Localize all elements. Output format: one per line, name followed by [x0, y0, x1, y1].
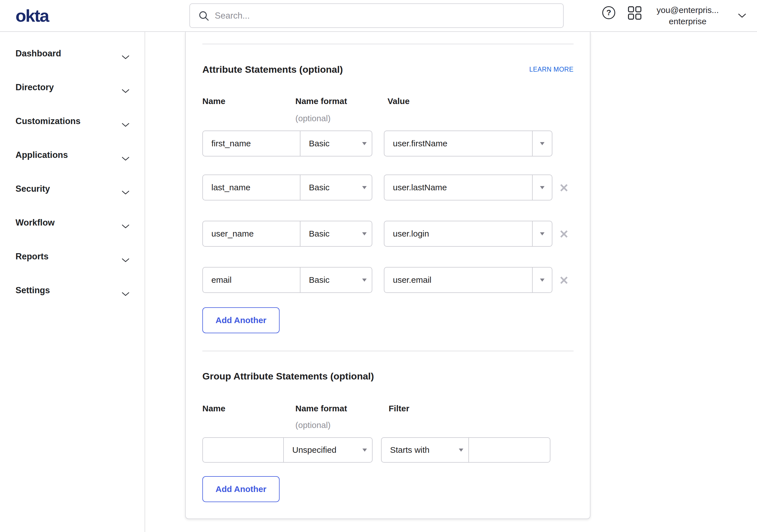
- value-text: user.email: [393, 275, 432, 285]
- name-format-select[interactable]: Basic: [300, 267, 372, 292]
- sidebar-nav: Dashboard Directory Customizations Appli…: [0, 32, 145, 532]
- filter-operator-value: Starts with: [390, 445, 430, 455]
- attribute-row: Basic user.email: [202, 267, 574, 293]
- remove-row-button[interactable]: [558, 181, 570, 194]
- apps-button[interactable]: [627, 6, 642, 20]
- column-note-optional: (optional): [295, 421, 331, 430]
- chevron-down-icon: [122, 153, 129, 163]
- chevron-down-icon: [122, 119, 129, 129]
- column-header-name: Name: [202, 404, 226, 413]
- value-text: user.login: [393, 229, 429, 238]
- value-text: user.lastName: [393, 183, 447, 192]
- dropdown-arrow-icon: [540, 186, 544, 189]
- attribute-row: Basic user.login: [202, 221, 574, 247]
- learn-more-link[interactable]: LEARN MORE: [529, 66, 574, 73]
- chevron-down-icon: [122, 288, 129, 298]
- value-group: user.email: [384, 267, 552, 293]
- value-dropdown-button[interactable]: [532, 175, 552, 200]
- search-icon: [198, 10, 210, 22]
- column-note-optional: (optional): [295, 113, 331, 123]
- value-group: user.firstName: [384, 131, 552, 156]
- attribute-name-input[interactable]: [203, 175, 300, 200]
- sidebar-item-reports[interactable]: Reports: [0, 246, 145, 267]
- value-text: user.firstName: [393, 139, 447, 148]
- name-format-group: Basic: [202, 174, 372, 201]
- dropdown-arrow-icon: [540, 279, 544, 282]
- name-format-select[interactable]: Basic: [300, 131, 372, 156]
- sidebar-item-workflow[interactable]: Workflow: [0, 213, 145, 233]
- svg-text:?: ?: [606, 8, 611, 17]
- close-icon: [559, 229, 569, 239]
- add-another-attribute-button[interactable]: Add Another: [202, 307, 280, 333]
- attribute-name-input[interactable]: [203, 267, 300, 292]
- value-dropdown-button[interactable]: [532, 221, 552, 246]
- value-combobox[interactable]: user.firstName: [384, 131, 532, 156]
- name-format-select[interactable]: Basic: [300, 221, 372, 246]
- name-format-select[interactable]: Basic: [300, 175, 372, 200]
- group-section-header: Group Attribute Statements (optional): [202, 368, 574, 384]
- value-dropdown-button[interactable]: [532, 267, 552, 292]
- sidebar-item-label: Directory: [15, 82, 54, 92]
- sidebar-item-security[interactable]: Security: [0, 179, 145, 199]
- dropdown-arrow-icon: [362, 232, 367, 235]
- filter-operator-select[interactable]: Starts with: [381, 438, 469, 462]
- value-combobox[interactable]: user.lastName: [384, 175, 532, 200]
- attribute-name-input[interactable]: [203, 131, 300, 156]
- grid-icon: [628, 6, 642, 20]
- filter-value-input[interactable]: [469, 438, 550, 462]
- group-name-format-group: Unspecified: [202, 437, 373, 463]
- search-input[interactable]: [215, 11, 556, 21]
- column-header-format: Name format: [295, 404, 347, 413]
- sidebar-item-label: Dashboard: [15, 48, 61, 59]
- remove-row-button[interactable]: [558, 228, 570, 240]
- value-combobox[interactable]: user.email: [384, 267, 532, 292]
- remove-row-button[interactable]: [558, 274, 570, 287]
- sidebar-item-applications[interactable]: Applications: [0, 145, 145, 165]
- sidebar-item-customizations[interactable]: Customizations: [0, 111, 145, 131]
- sidebar-item-label: Reports: [15, 251, 48, 262]
- sidebar-item-directory[interactable]: Directory: [0, 77, 145, 98]
- chevron-down-icon: [122, 221, 129, 231]
- sidebar-item-settings[interactable]: Settings: [0, 280, 145, 300]
- value-dropdown-button[interactable]: [532, 131, 552, 156]
- attribute-row: Basic user.lastName: [202, 174, 574, 201]
- dropdown-arrow-icon: [362, 142, 367, 145]
- group-name-input[interactable]: [203, 438, 283, 462]
- attribute-name-input[interactable]: [203, 221, 300, 246]
- okta-logo[interactable]: okta: [15, 0, 48, 31]
- group-format-select[interactable]: Unspecified: [283, 438, 372, 462]
- sidebar-item-label: Workflow: [15, 218, 55, 228]
- okta-admin-page: okta ? you@enterpris... enter: [0, 0, 757, 532]
- attribute-row: Basic user.firstName: [202, 131, 574, 156]
- help-button[interactable]: ?: [601, 6, 616, 20]
- sidebar-item-dashboard[interactable]: Dashboard: [0, 44, 145, 64]
- dropdown-arrow-icon: [459, 449, 463, 452]
- section-divider: [202, 44, 574, 44]
- dropdown-arrow-icon: [362, 186, 367, 189]
- dropdown-arrow-icon: [540, 142, 544, 145]
- account-user: you@enterpris...: [643, 5, 733, 16]
- value-group: user.lastName: [384, 174, 552, 201]
- account-chevron-down-icon[interactable]: [738, 13, 746, 19]
- column-header-name: Name: [202, 96, 226, 106]
- name-format-group: Basic: [202, 267, 372, 293]
- name-format-value: Basic: [309, 139, 329, 148]
- close-icon: [559, 275, 569, 285]
- value-combobox[interactable]: user.login: [384, 221, 532, 246]
- sidebar-item-label: Settings: [15, 285, 50, 296]
- group-attribute-row: Unspecified Starts with: [202, 437, 574, 463]
- chevron-down-icon: [122, 255, 129, 265]
- dropdown-arrow-icon: [362, 449, 367, 452]
- value-group: user.login: [384, 221, 552, 247]
- column-header-value: Value: [387, 96, 409, 106]
- add-another-group-attribute-button[interactable]: Add Another: [202, 476, 280, 502]
- top-bar: okta ? you@enterpris... enter: [0, 0, 757, 32]
- help-icon: ?: [602, 6, 616, 20]
- attribute-section-header: Attribute Statements (optional) LEARN MO…: [202, 61, 574, 77]
- column-header-filter: Filter: [389, 404, 409, 413]
- account-menu[interactable]: you@enterpris... enterprise: [643, 5, 733, 27]
- dropdown-arrow-icon: [540, 232, 544, 235]
- account-org: enterprise: [643, 16, 733, 27]
- chevron-down-icon: [122, 85, 129, 96]
- name-format-value: Basic: [309, 183, 329, 192]
